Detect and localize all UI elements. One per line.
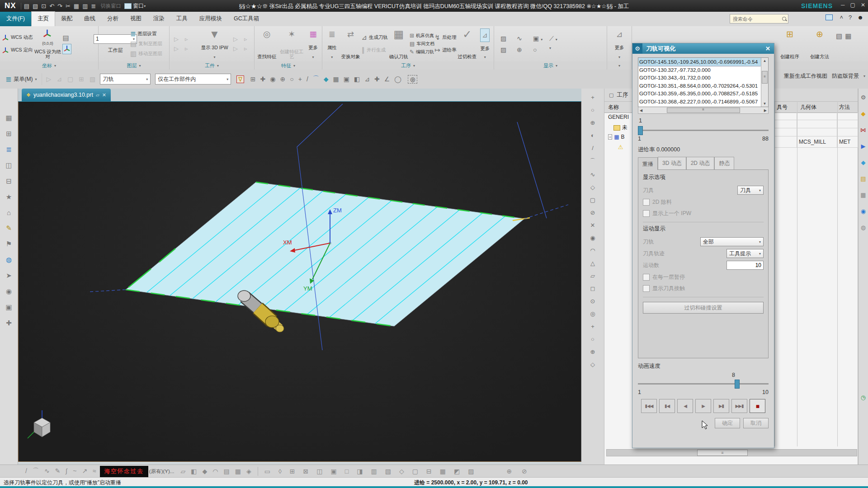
view-toolbar-icon[interactable]: ◻: [590, 285, 595, 292]
view-toolbar-icon[interactable]: ◉: [590, 235, 595, 241]
quick-access-icon[interactable]: ▤: [24, 3, 29, 9]
curve-tool-icon[interactable]: ↗: [82, 467, 87, 475]
sidebar-icon[interactable]: ◍: [861, 224, 866, 231]
goto-row[interactable]: GOTO/-130.351,-88.564,0.000,-0.7029264,-…: [638, 82, 761, 90]
checkbox-pause-each-layer[interactable]: 在每一层暂停: [643, 273, 764, 281]
group-label-features[interactable]: 特征▾: [255, 61, 322, 70]
properties-button[interactable]: ≣属性▾: [324, 28, 340, 60]
group-label-coordinates[interactable]: 坐标▾: [0, 61, 99, 70]
tree-row-program[interactable]: −▦B: [608, 134, 625, 140]
slider-thumb[interactable]: [638, 126, 643, 135]
close-part-icon[interactable]: ✕: [102, 92, 106, 98]
modeling-tool-icon[interactable]: ◊: [278, 468, 282, 475]
go-to-start-button[interactable]: ▮◀◀: [641, 399, 657, 413]
group-label-layers[interactable]: 图层▾: [99, 61, 170, 70]
sidebar-icon[interactable]: ⋈: [860, 127, 866, 133]
wcs-orient-button[interactable]: WCS 定向: [2, 45, 33, 55]
modeling-tool-icon[interactable]: ▢: [412, 468, 418, 475]
view-toolbar-icon[interactable]: △: [590, 260, 595, 267]
tree-row-warning[interactable]: ⚠: [618, 144, 623, 150]
resource-bar-icon[interactable]: ▦: [5, 114, 12, 122]
view-toolbar-icon[interactable]: +: [591, 94, 594, 101]
animation-speed-slider[interactable]: [638, 380, 769, 388]
resource-bar-icon[interactable]: ⊟: [6, 177, 12, 185]
tab-tools[interactable]: 工具: [170, 12, 193, 26]
resource-bar-icon[interactable]: ◉: [6, 287, 12, 296]
transform-object-button[interactable]: ⇄变换对象: [340, 28, 362, 60]
search-input[interactable]: [732, 16, 781, 22]
tab-static[interactable]: 静态: [714, 157, 734, 169]
snap-point-icon[interactable]: /: [307, 75, 308, 83]
tab-2d-dynamic[interactable]: 2D 动态: [686, 157, 715, 169]
workpiece-icon[interactable]: ▹: [244, 45, 252, 52]
group-label-workpiece[interactable]: 工件▾: [170, 61, 255, 70]
modeling-tool-icon[interactable]: ▧: [385, 468, 391, 475]
chevron-down-icon[interactable]: ▾: [863, 74, 865, 78]
circle-icon[interactable]: ○: [533, 46, 545, 53]
tab-replay[interactable]: 重播: [638, 157, 658, 170]
wcs-highlight-button[interactable]: [62, 44, 71, 54]
circle-tool-icon[interactable]: ⊘: [522, 468, 527, 475]
spline-icon[interactable]: ∿: [517, 35, 528, 42]
ok-button[interactable]: 确定: [715, 418, 740, 428]
quick-access-icon[interactable]: ≣: [91, 3, 96, 9]
sidebar-icon[interactable]: ◆: [861, 159, 866, 166]
view-toolbar-icon[interactable]: ◐: [591, 132, 594, 139]
snap-point-icon[interactable]: ⊕: [280, 75, 286, 83]
feedrate-button[interactable]: ↦进给率: [434, 45, 456, 55]
tail-more-button[interactable]: ⊿更多▾: [609, 28, 630, 60]
snap-point-icon[interactable]: ⊿: [364, 75, 370, 83]
cancel-button[interactable]: 取消: [743, 418, 769, 428]
table-row[interactable]: [774, 128, 858, 136]
go-to-end-button[interactable]: ▶▶▮: [731, 399, 747, 413]
window-menu[interactable]: 窗口: [133, 2, 144, 10]
quick-access-icon[interactable]: ▦: [74, 3, 79, 9]
modeling-tool-icon[interactable]: ▨: [468, 468, 474, 475]
workpiece-icon[interactable]: ▹: [244, 36, 252, 42]
generate-toolpath-button[interactable]: ⊿生成刀轨: [361, 33, 388, 42]
resource-bar-icon[interactable]: ★: [6, 193, 12, 201]
goto-row[interactable]: GOTO/-130.343,-91.732,0.000: [638, 74, 761, 82]
tree-row-generic-machine[interactable]: GENERI: [608, 114, 629, 120]
quick-access-icon[interactable]: ✂: [66, 3, 71, 9]
step-back-button[interactable]: ◀: [677, 399, 693, 413]
modeling-tool-icon[interactable]: ▦: [440, 468, 446, 475]
parallel-generate-button[interactable]: ∥并行生成: [361, 45, 388, 55]
tab-gc-toolbox[interactable]: GC工具箱: [228, 12, 265, 26]
chevron-down-icon[interactable]: ▾: [144, 4, 146, 8]
view-toolbar-icon[interactable]: ◠: [590, 247, 595, 254]
workpiece-icon[interactable]: ▷: [233, 36, 241, 42]
curve-tool-icon[interactable]: ≈: [93, 467, 96, 475]
snap-point-icon[interactable]: ⊞: [250, 75, 256, 83]
maximize-button[interactable]: ▢: [850, 2, 855, 8]
stop-button[interactable]: ■: [750, 399, 765, 413]
tool-dropdown[interactable]: 刀具▾: [737, 186, 764, 195]
snap-point-icon[interactable]: +: [298, 75, 302, 83]
dialog-title-bar[interactable]: ⚙ 刀轨可视化 ✕: [632, 43, 774, 54]
command-search[interactable]: [730, 14, 788, 23]
move-to-layer-button[interactable]: ▥移动至图层: [130, 49, 162, 59]
tree-row-unused[interactable]: 未: [613, 124, 627, 131]
edit-toolpath-button[interactable]: ✎编辑刀轨: [410, 48, 434, 56]
copy-to-layer-button[interactable]: ▤复制至图层: [130, 39, 162, 49]
workpiece-icon[interactable]: ▹: [185, 36, 193, 42]
tab-render[interactable]: 渲染: [147, 12, 170, 26]
curve-tool-icon[interactable]: ⌒: [33, 467, 39, 475]
tab-3d-dynamic[interactable]: 3D 动态: [658, 157, 686, 169]
settings-icon[interactable]: ⚙: [861, 94, 866, 101]
view-toolbar-icon[interactable]: ✕: [590, 222, 595, 229]
workpiece-icon[interactable]: ▷: [174, 36, 182, 42]
section-icon[interactable]: ▨: [500, 35, 512, 42]
view-toolbar-icon[interactable]: ▱: [590, 272, 595, 279]
navigator-pin-icon[interactable]: ▢: [609, 92, 613, 98]
create-program-button[interactable]: ⊞创建程序: [776, 28, 803, 60]
group-label-display[interactable]: 显示▾: [494, 61, 607, 70]
regen-work-view-button[interactable]: 重新生成工作视图: [784, 72, 827, 80]
table-row[interactable]: [774, 120, 858, 128]
chevron-down-icon[interactable]: ▾: [549, 46, 561, 53]
snap-point-icon[interactable]: ⌒: [313, 75, 319, 83]
gouge-check-button[interactable]: ✓过切检查: [456, 28, 478, 60]
snap-point-icon[interactable]: ∠: [384, 75, 390, 83]
surface-tool-icon[interactable]: ◈: [246, 468, 251, 475]
view-toolbar-icon[interactable]: ◇: [590, 184, 595, 191]
